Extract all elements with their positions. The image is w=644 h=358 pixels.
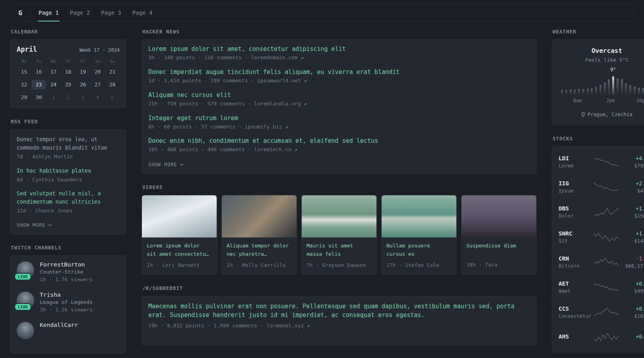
video-meta: 18h · Tara — [466, 261, 531, 269]
rss-item-link[interactable]: In hac habitasse platea — [17, 167, 120, 175]
stock-price: $499.72 — [621, 288, 644, 294]
stock-id: AHS — [559, 333, 591, 341]
rss-item-meta: 7d · Ashlyn Martin — [17, 153, 120, 161]
hn-show-more-button[interactable]: SHOW MORE — [148, 162, 184, 167]
video-card[interactable]: Mauris sit amet massa felis7h · Grayson … — [301, 195, 377, 274]
app-logo[interactable]: G — [10, 4, 30, 21]
channel-meta: 3h · 1.2k viewers — [40, 306, 93, 314]
hn-story: Integer eget rutrum lorem6h · 60 points … — [148, 115, 530, 131]
video-card[interactable]: Aliquam tempor dolor nec pharetra…1h · M… — [221, 195, 297, 274]
external-link-icon: ↗ — [295, 147, 297, 152]
calendar-day[interactable]: 27 — [90, 80, 105, 90]
rss-item: Donec tempor eros leo, ut commodo mauris… — [17, 135, 120, 161]
stock-values: +0.51%$165.84 — [621, 305, 644, 319]
rss-list: Donec tempor eros leo, ut commodo mauris… — [17, 135, 120, 215]
stock-sparkline-chart — [594, 182, 619, 192]
stock-row[interactable]: AETAmet+0.92%$499.72 — [559, 274, 644, 300]
subreddit-meta-text: 19h · 9,932 points · 1,090 comments · — [148, 323, 264, 329]
calendar-day[interactable]: 28 — [105, 80, 120, 90]
tab-page-2[interactable]: Page 2 — [69, 4, 91, 21]
hn-story-link[interactable]: Integer eget rutrum lorem — [148, 115, 530, 122]
hn-story-link[interactable]: Donec imperdiet augue tincidunt felis al… — [148, 68, 530, 76]
calendar-day[interactable]: 19 — [76, 67, 90, 77]
section-title-weather: WEATHER — [553, 29, 644, 35]
twitch-channel-row[interactable]: LIVEForrestBurtonCounter-Strike1h · 1.7k… — [17, 261, 120, 284]
calendar-day[interactable]: 1 — [46, 93, 61, 102]
rss-widget: RSS FEED Donec tempor eros leo, ut commo… — [10, 119, 126, 234]
calendar-day[interactable]: 17 — [46, 67, 61, 77]
video-card-body: Nullam posuere cursus ex17h · Stefan Col… — [382, 237, 456, 274]
calendar-day[interactable]: 22 — [17, 80, 31, 90]
calendar-day[interactable]: 4 — [90, 93, 105, 102]
calendar-day[interactable]: 16 — [31, 67, 46, 77]
calendar-day[interactable]: 20 — [90, 67, 105, 77]
stock-row[interactable]: AHS+0.46% — [559, 325, 644, 350]
weather-bar-slot — [642, 75, 644, 95]
calendar-day[interactable]: 30 — [31, 93, 46, 102]
tab-page-3[interactable]: Page 3 — [100, 4, 122, 21]
hn-story-link[interactable]: Aliquam nec cursus elit — [148, 91, 530, 99]
weather-bar-slot — [638, 75, 640, 95]
rss-show-more-button[interactable]: SHOW MORE — [17, 222, 52, 228]
stock-sparkline — [594, 307, 619, 317]
location-pin-icon — [581, 112, 585, 117]
video-card[interactable]: Nullam posuere cursus ex17h · Stefan Col… — [381, 195, 457, 274]
section-title-calendar: CALENDAR — [11, 29, 126, 35]
twitch-channel-row[interactable]: KendallCarr — [17, 322, 120, 339]
channel-info: TrishaLeague of Legends3h · 1.2k viewers — [40, 292, 93, 314]
tab-page-4[interactable]: Page 4 — [132, 4, 153, 21]
weather-hour-bar — [638, 88, 640, 95]
calendar-day[interactable]: 3 — [76, 93, 90, 102]
weather-hour-bar — [578, 89, 580, 95]
stock-row[interactable]: CCSConsectetur+0.51%$165.84 — [559, 300, 644, 325]
hn-domain-link[interactable]: loremtech.co ↗ — [254, 146, 297, 152]
calendar-day[interactable]: 15 — [17, 67, 31, 77]
subreddit-domain-link[interactable]: loremnet.xyz ↗ — [266, 323, 310, 329]
calendar-day-selected[interactable]: 23 — [31, 80, 46, 90]
calendar-day[interactable]: 26 — [76, 80, 90, 90]
weather-hour-bar — [595, 87, 597, 95]
calendar-dow-label: We — [46, 59, 61, 64]
hn-domain-link[interactable]: ipsumworld.net ↗ — [257, 78, 307, 84]
hn-domain-link[interactable]: loremlandia.org ↗ — [254, 101, 306, 107]
calendar-day[interactable]: 18 — [61, 67, 76, 77]
avatar: LIVE — [17, 292, 34, 309]
calendar-day[interactable]: 25 — [61, 80, 76, 90]
twitch-channel-row[interactable]: LIVETrishaLeague of Legends3h · 1.2k vie… — [17, 292, 120, 314]
hn-domain-link[interactable]: ipsumify.biz ↗ — [245, 124, 288, 130]
stock-sparkline — [594, 232, 619, 242]
video-title: Lorem ipsum dolor sit amet consectetu… — [147, 242, 212, 259]
calendar-day[interactable]: 24 — [46, 80, 61, 90]
channel-name: KendallCarr — [40, 322, 78, 328]
live-badge: LIVE — [14, 273, 31, 280]
tab-page-1[interactable]: Page 1 — [38, 4, 60, 21]
stock-row[interactable]: DBSDolor+1.42%$156.28 — [559, 199, 644, 224]
rss-item-link[interactable]: Donec tempor eros leo, ut commodo mauris… — [17, 135, 120, 152]
subreddit-post-link[interactable]: Maecenas mollis pulvinar erat non posuer… — [148, 302, 530, 320]
calendar-day[interactable]: 29 — [17, 93, 31, 102]
stock-symbol: CRN — [559, 255, 591, 262]
rss-card: Donec tempor eros leo, ut commodo mauris… — [10, 129, 126, 234]
stock-row[interactable]: LDILorem+4.35%$795.18 — [559, 149, 644, 174]
video-card[interactable]: Lorem ipsum dolor sit amet consectetu…1h… — [142, 195, 217, 274]
hn-domain-link[interactable]: loremdomain.com ↗ — [251, 54, 303, 60]
weather-hour-bar — [621, 79, 623, 95]
calendar-day[interactable]: 2 — [61, 93, 76, 102]
calendar-dow-label: Sa — [90, 59, 105, 64]
rss-item-link[interactable]: Sed volutpat nulla nisl, a condimentum n… — [17, 189, 120, 206]
weather-time-labels: 6am2pm10pm — [561, 98, 644, 104]
stock-sparkline — [594, 182, 619, 192]
hn-story-link[interactable]: Donec enim nibh, condimentum et accumsan… — [148, 137, 530, 144]
avatar — [17, 322, 34, 339]
stock-row[interactable]: SNRCSit+1.36%$148.64 — [559, 224, 644, 249]
weather-hour-bar — [612, 76, 614, 95]
hn-story: Aliquam nec cursus elit21h · 710 points … — [148, 91, 530, 108]
stock-row[interactable]: IIGIpsum+2.84%$42.04 — [559, 174, 644, 199]
video-title: Aliquam tempor dolor nec pharetra… — [227, 242, 292, 259]
stock-row[interactable]: CRNBitcorn-1.00%$66,171.48 — [559, 249, 644, 274]
video-card-body: Mauris sit amet massa felis7h · Grayson … — [302, 237, 376, 274]
hn-story-link[interactable]: Lorem ipsum dolor sit amet, consectetur … — [148, 45, 530, 53]
calendar-day[interactable]: 21 — [105, 67, 120, 77]
calendar-day[interactable]: 5 — [105, 93, 120, 102]
video-card[interactable]: Suspendisse diam18h · Tara — [461, 195, 537, 274]
